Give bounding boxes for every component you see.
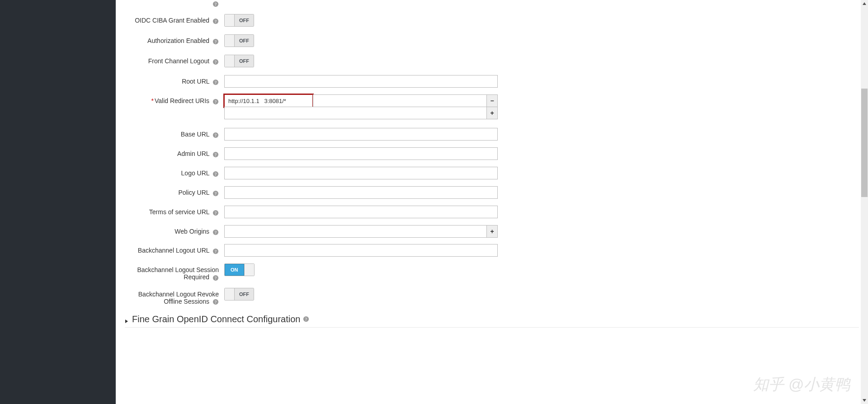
help-icon[interactable]: ? (212, 275, 219, 281)
web-origins-label: Web Origins ? (125, 225, 224, 235)
backchannel-logout-url-label: Backchannel Logout URL ? (125, 244, 224, 254)
remove-uri-button[interactable]: − (487, 94, 498, 107)
svg-text:?: ? (215, 19, 217, 23)
scrollbar-track[interactable] (861, 7, 868, 397)
web-origins-input[interactable] (224, 225, 487, 238)
tos-url-input[interactable] (224, 206, 498, 218)
vertical-scrollbar[interactable] (861, 0, 868, 404)
fine-grain-section-header[interactable]: Fine Grain OpenID Connect Configuration … (125, 314, 859, 328)
svg-text:?: ? (215, 39, 217, 44)
add-uri-button[interactable]: + (487, 107, 498, 119)
help-icon[interactable]: ? (212, 299, 219, 305)
valid-redirect-uris-label: *Valid Redirect URIs ? (125, 94, 224, 104)
help-icon[interactable]: ? (212, 18, 219, 24)
chevron-right-icon (125, 317, 128, 321)
plus-icon: + (490, 228, 494, 235)
help-icon[interactable]: ? (212, 190, 219, 197)
help-icon[interactable]: ? (212, 59, 219, 65)
svg-marker-34 (863, 399, 866, 402)
base-url-label: Base URL ? (125, 128, 224, 138)
valid-redirect-uri-input[interactable] (224, 94, 313, 107)
base-url-input[interactable] (224, 128, 498, 141)
front-channel-logout-label: Front Channel Logout ? (125, 55, 224, 65)
svg-text:?: ? (215, 191, 217, 196)
authorization-enabled-label: Authorization Enabled ? (125, 34, 224, 44)
backchannel-revoke-label: Backchannel Logout Revoke Offline Sessio… (125, 288, 224, 305)
help-icon[interactable]: ? (212, 79, 219, 85)
scroll-down-arrow-icon[interactable] (861, 397, 868, 404)
empty-label: ? (125, 0, 224, 7)
svg-marker-33 (863, 2, 866, 5)
root-url-label: Root URL ? (125, 75, 224, 85)
backchannel-logout-url-input[interactable] (224, 244, 498, 257)
policy-url-label: Policy URL ? (125, 186, 224, 196)
root-url-input[interactable] (224, 75, 498, 88)
svg-text:?: ? (215, 80, 217, 85)
policy-url-input[interactable] (224, 186, 498, 199)
oidc-ciba-toggle[interactable]: OFF (224, 14, 254, 27)
oidc-ciba-label: OIDC CIBA Grant Enabled ? (125, 14, 224, 24)
add-web-origin-button[interactable]: + (487, 225, 498, 238)
front-channel-logout-toggle[interactable]: OFF (224, 55, 254, 67)
svg-text:?: ? (305, 317, 307, 322)
main-content: ? OIDC CIBA Grant Enabled ? OFF Authoriz… (116, 0, 868, 404)
svg-text:?: ? (215, 171, 217, 176)
backchannel-session-toggle[interactable]: ON (224, 263, 255, 276)
backchannel-session-label: Backchannel Logout Session Required ? (125, 263, 224, 281)
authorization-enabled-toggle[interactable]: OFF (224, 34, 254, 47)
scrollbar-thumb[interactable] (861, 89, 868, 197)
help-icon[interactable]: ? (212, 151, 219, 158)
svg-text:?: ? (215, 230, 217, 235)
logo-url-input[interactable] (224, 167, 498, 179)
svg-text:?: ? (215, 152, 217, 157)
logo-url-label: Logo URL ? (125, 167, 224, 177)
svg-text:?: ? (215, 2, 217, 7)
tos-url-label: Terms of service URL ? (125, 206, 224, 216)
plus-icon: + (490, 109, 494, 117)
admin-url-label: Admin URL ? (125, 147, 224, 157)
valid-redirect-uri-input-ext[interactable] (313, 94, 487, 107)
help-icon[interactable]: ? (212, 248, 219, 254)
svg-text:?: ? (215, 132, 217, 137)
help-icon[interactable]: ? (212, 38, 219, 45)
valid-redirect-uri-new-input[interactable] (224, 107, 487, 119)
minus-icon: − (490, 97, 494, 104)
svg-text:?: ? (215, 99, 217, 104)
scroll-up-arrow-icon[interactable] (861, 0, 868, 7)
section-title: Fine Grain OpenID Connect Configuration (132, 314, 300, 324)
help-icon[interactable]: ? (303, 316, 309, 322)
help-icon[interactable]: ? (212, 1, 219, 7)
svg-text:?: ? (215, 59, 217, 64)
sidebar (0, 0, 116, 404)
help-icon[interactable]: ? (212, 210, 219, 216)
admin-url-input[interactable] (224, 147, 498, 160)
svg-marker-30 (125, 319, 128, 323)
help-icon[interactable]: ? (212, 229, 219, 235)
svg-text:?: ? (215, 275, 217, 280)
svg-text:?: ? (215, 249, 217, 254)
watermark: 知乎 @小黄鸭 (753, 374, 850, 395)
help-icon[interactable]: ? (212, 171, 219, 177)
svg-text:?: ? (215, 299, 217, 304)
svg-text:?: ? (215, 210, 217, 215)
help-icon[interactable]: ? (212, 132, 219, 138)
backchannel-revoke-toggle[interactable]: OFF (224, 288, 254, 301)
help-icon[interactable]: ? (212, 99, 219, 105)
